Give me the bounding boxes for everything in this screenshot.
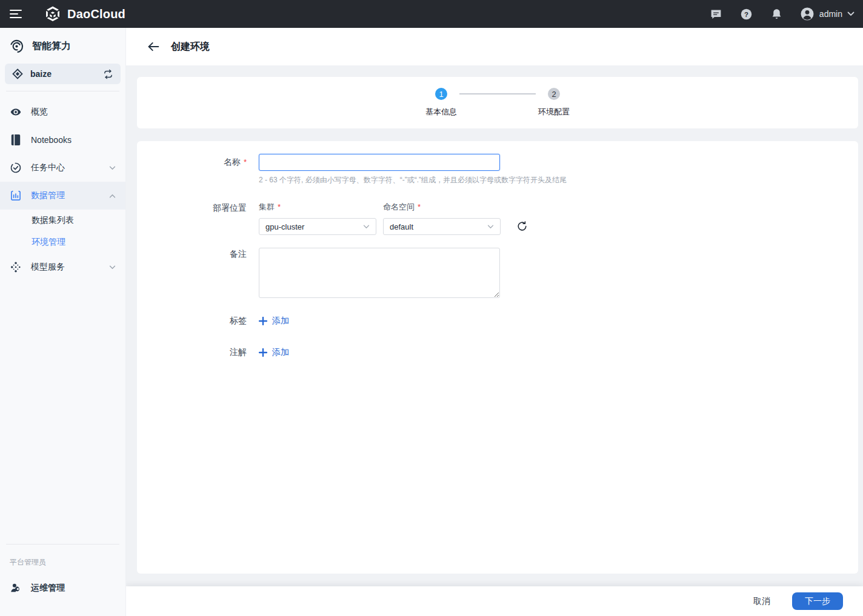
brand-name: DaoCloud <box>67 7 125 21</box>
sidebar-item-data-management[interactable]: 数据管理 <box>0 182 125 210</box>
cancel-button[interactable]: 取消 <box>753 596 770 607</box>
sidebar-item-overview[interactable]: 概览 <box>0 98 125 126</box>
data-chart-icon <box>10 190 22 202</box>
sidebar-bottom: 平台管理员 运维管理 <box>0 537 125 616</box>
add-label-button[interactable]: 添加 <box>259 316 289 326</box>
sidebar-item-ops-management[interactable]: 运维管理 <box>0 575 125 601</box>
baize-icon <box>12 68 23 79</box>
add-annotation-text: 添加 <box>272 347 289 358</box>
chevron-down-icon <box>109 166 116 170</box>
labels-label: 标签 <box>137 316 259 326</box>
daocloud-cube-icon <box>44 5 62 23</box>
sidebar-item-label: 运维管理 <box>31 583 116 594</box>
note-label: 备注 <box>137 248 259 260</box>
name-input[interactable] <box>259 154 500 171</box>
sidebar-subitem-environment-management[interactable]: 环境管理 <box>0 231 125 253</box>
plus-icon <box>259 317 267 325</box>
cluster-label: 集群* <box>259 202 376 213</box>
step-label: 环境配置 <box>538 107 570 118</box>
step-label: 基本信息 <box>425 107 457 118</box>
cluster-select-value: gpu-cluster <box>265 222 363 231</box>
footer-action-bar: 取消 下一步 <box>126 586 863 616</box>
stepper-card: 1 基本信息 2 环境配置 <box>137 77 858 128</box>
admin-gear-icon <box>10 582 22 594</box>
notebook-icon <box>10 134 22 146</box>
step-basic-info: 1 基本信息 <box>423 88 459 118</box>
name-row: 名称* <box>137 154 858 171</box>
required-asterisk: * <box>278 202 281 211</box>
labels-row: 标签 添加 <box>137 316 858 326</box>
chevron-down-icon <box>363 225 370 229</box>
user-menu[interactable]: admin <box>800 7 855 21</box>
username: admin <box>819 9 842 19</box>
note-row: 备注 <box>137 248 858 298</box>
page-title: 创建环境 <box>171 41 210 53</box>
step-environment-config: 2 环境配置 <box>536 88 572 118</box>
cluster-field: 集群* gpu-cluster <box>259 202 376 235</box>
sidebar-item-label: 概览 <box>31 107 116 118</box>
namespace-select[interactable]: default <box>383 218 501 235</box>
message-icon[interactable] <box>709 7 724 21</box>
annotations-label: 注解 <box>137 347 259 358</box>
workspace-selector[interactable]: baize <box>5 64 121 84</box>
help-icon[interactable]: ? <box>739 7 754 21</box>
next-step-button[interactable]: 下一步 <box>792 592 843 610</box>
sidebar-subitem-dataset-list[interactable]: 数据集列表 <box>0 210 125 231</box>
brand-logo[interactable]: DaoCloud <box>44 5 125 23</box>
required-asterisk: * <box>244 157 247 167</box>
plus-icon <box>259 348 267 357</box>
page-header: 创建环境 <box>126 28 863 65</box>
step-number: 1 <box>435 88 447 100</box>
module-title: 智能算力 <box>32 40 71 53</box>
cluster-select[interactable]: gpu-cluster <box>259 218 376 235</box>
sidebar-item-model-services[interactable]: 模型服务 <box>0 253 125 281</box>
topbar-actions: ? admin <box>709 7 863 21</box>
role-label: 平台管理员 <box>0 551 125 575</box>
sidebar-item-task-center[interactable]: 任务中心 <box>0 154 125 182</box>
stepper: 1 基本信息 2 环境配置 <box>423 88 572 118</box>
add-label-text: 添加 <box>272 316 289 326</box>
sidebar-item-label: 任务中心 <box>31 162 100 173</box>
note-textarea[interactable] <box>259 248 500 298</box>
name-help-text: 2 - 63 个字符, 必须由小写字母、数字字符、“-”或“.”组成，并且必须以… <box>259 175 858 185</box>
chevron-down-icon <box>487 225 494 229</box>
namespace-label: 命名空间* <box>383 202 501 213</box>
sidebar-item-notebooks[interactable]: Notebooks <box>0 126 125 154</box>
sidebar: 智能算力 baize 概览 <box>0 28 126 616</box>
namespace-field: 命名空间* default <box>383 202 501 235</box>
workspace-name: baize <box>30 69 96 79</box>
user-chevron-down-icon <box>847 12 855 16</box>
sidebar-menu: 概览 Notebooks 任务中心 <box>0 98 125 281</box>
refresh-icon[interactable] <box>515 219 528 233</box>
sidebar-divider <box>6 91 119 91</box>
form-card: 名称* 2 - 63 个字符, 必须由小写字母、数字字符、“-”或“.”组成，并… <box>137 141 858 574</box>
avatar-icon <box>800 7 815 21</box>
deploy-location-row: 部署位置 集群* gpu-cluster 命名空间* default <box>137 202 858 235</box>
sidebar-item-label: Notebooks <box>31 135 116 145</box>
step-number: 2 <box>548 88 560 100</box>
eye-icon <box>10 106 22 118</box>
name-label: 名称* <box>137 157 259 168</box>
chevron-down-icon <box>109 265 116 270</box>
svg-text:?: ? <box>744 10 748 18</box>
add-annotation-button[interactable]: 添加 <box>259 347 289 358</box>
back-arrow-icon[interactable] <box>146 39 161 54</box>
annotations-row: 注解 添加 <box>137 347 858 358</box>
task-check-icon <box>10 162 22 174</box>
chevron-up-icon <box>109 194 116 198</box>
step-connector <box>459 93 536 94</box>
topbar: DaoCloud ? <box>0 0 863 28</box>
sidebar-item-label: 数据管理 <box>31 190 100 201</box>
sidebar-divider <box>6 544 119 545</box>
switch-workspace-icon[interactable] <box>103 69 113 79</box>
menu-toggle-icon[interactable] <box>5 3 27 25</box>
deploy-fields: 集群* gpu-cluster 命名空间* default <box>259 202 528 235</box>
module-header: 智能算力 <box>0 28 125 64</box>
ai-compute-icon <box>9 39 24 54</box>
notifications-bell-icon[interactable] <box>770 7 784 21</box>
submenu-item-label: 数据集列表 <box>32 215 74 226</box>
sidebar-item-label: 模型服务 <box>31 262 100 273</box>
content-area: 1 基本信息 2 环境配置 名称* 2 - 63 个字符, 必须由小写字母、数字… <box>126 65 863 586</box>
required-asterisk: * <box>418 202 421 211</box>
deploy-location-label: 部署位置 <box>137 202 259 214</box>
